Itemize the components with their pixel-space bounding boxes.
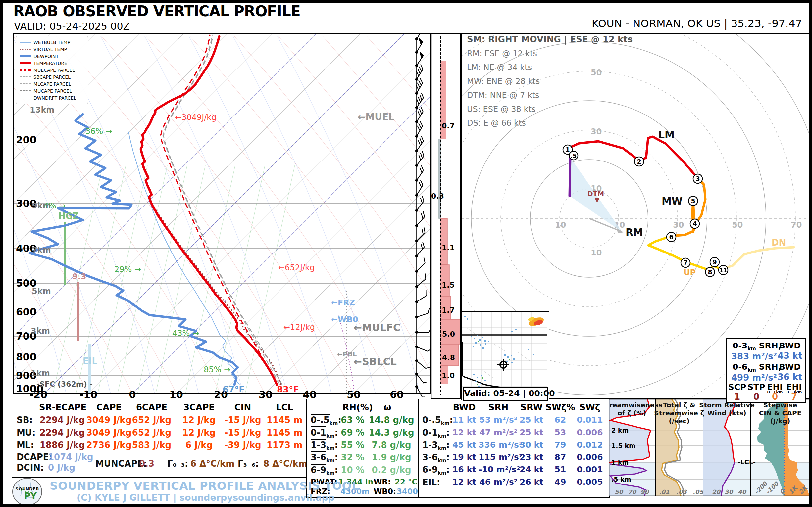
col-header: SR-ECAPE: [39, 402, 86, 412]
svg-text:11: 11: [719, 267, 727, 274]
rh-header: RH(%): [335, 402, 381, 412]
ring-label: 70: [791, 220, 802, 230]
col-header: 6CAPE: [129, 402, 175, 412]
height-label-7km: 7km: [32, 245, 51, 255]
mw-line: MW: ENE @ 28 kts: [467, 77, 632, 86]
rh-label-36: 36% →: [86, 127, 112, 136]
ehi3-value: 7: [785, 392, 803, 402]
mini-profile-panels: Streamwiseness of ζ (%) Total ζ & Stream…: [609, 399, 810, 496]
bwd-label-2: BWD: [779, 362, 801, 372]
srh-0-3-label: 0-3km SRH,: [732, 341, 781, 352]
logo-text-py: PY: [24, 491, 37, 501]
wetbulb-legend-line: [19, 42, 31, 43]
stp-header: STP: [747, 382, 766, 392]
height-label-1km: 1km: [31, 369, 50, 378]
col-header: 3CAPE: [176, 402, 222, 412]
lm-line: LM: NE @ 34 kts: [467, 63, 632, 72]
frz-label: ←FRZ: [331, 298, 355, 307]
rh-value: 32 %: [335, 452, 371, 462]
row-label: ML:: [16, 440, 34, 450]
valid-time: VALID: 05-24-2025 00Z: [14, 20, 130, 32]
legend-label: DWNDRFT PARCEL: [34, 95, 76, 101]
bwd-label: BWD: [779, 341, 801, 350]
svg-text:2: 2: [637, 158, 641, 165]
station-info: KOUN - NORMAN, OK US | 35.23, -97.47: [592, 17, 802, 30]
svg-text:5: 5: [691, 197, 695, 205]
sfc-temp-label: 83°F: [277, 385, 299, 394]
col-header: LCL: [261, 402, 308, 412]
rh-value: 69 %: [335, 428, 371, 438]
column-value: 5.0: [442, 330, 455, 338]
panel-ylabel: 1.5 km: [611, 442, 636, 449]
cape-12-label: ←12J/kg: [284, 323, 315, 332]
panel-xtick: 40: [738, 489, 747, 495]
mulfc-label: ←MULFC: [354, 322, 400, 333]
svg-text:6: 6: [669, 233, 673, 241]
mu-srecape: 2294 J/kg: [39, 428, 86, 438]
credit-line-2: (C) KYLE J GILLETT | sounderpysoundings.…: [77, 493, 335, 503]
height-label-5km: 5km: [32, 287, 51, 296]
height-label-3km: 3km: [31, 326, 50, 336]
radar-storm-cell: [527, 316, 545, 328]
panel-title: Total ζ &: [663, 401, 696, 409]
dwndrft-legend-line: [19, 98, 31, 98]
legend-label: MUCAPE PARCEL: [34, 89, 72, 94]
dtm-line: DTM: NNE @ 7 kts: [467, 91, 632, 100]
sb-cape: 3049 J/kg: [86, 415, 132, 425]
svg-text:8: 8: [708, 268, 712, 276]
mu-cin: -15 J/kg: [219, 428, 266, 438]
rm-label: RM: [625, 226, 643, 238]
sb-6cape: 652 J/kg: [129, 415, 175, 425]
legend-label: VIRTUAL TEMP: [34, 47, 67, 52]
panel-xtick: .03: [676, 489, 687, 495]
column-value: 0.7: [442, 122, 455, 130]
panel-title: Wind (kts): [707, 409, 746, 417]
swzeta-value: 0.001: [570, 465, 610, 474]
lapse-label: 9.3: [72, 272, 87, 281]
col-header: CIN: [219, 402, 266, 412]
column-value: 1.1: [442, 243, 455, 252]
svg-text:4: 4: [693, 220, 697, 227]
up-label: UP: [683, 268, 696, 277]
pressure-tick: 200: [16, 134, 37, 146]
ml-lcl: 1173 m: [261, 440, 308, 450]
cape-652-label: ←652J/kg: [278, 263, 315, 272]
panel-title: Streamwise ζ: [654, 409, 704, 417]
legend-label: WETBULB TEMP: [34, 40, 70, 45]
layer-label: 6-9km:: [311, 465, 338, 476]
panel-ylabel: 2 km: [611, 427, 628, 434]
swzeta-value: 0.012: [570, 440, 610, 450]
state-border-west-south: [463, 342, 547, 390]
col-header: BWD: [444, 402, 484, 412]
ehi1-value: 0: [766, 392, 783, 402]
panel-title: Streamwiseness: [609, 401, 662, 409]
temperature-legend-line: [19, 62, 31, 64]
srh-0-6-value: 499 m²/s²: [731, 373, 777, 383]
column-bar: [439, 139, 441, 218]
ml-srecape: 1886 J/kg: [39, 440, 86, 450]
column-bar: [441, 265, 449, 296]
svg-text:9: 9: [712, 259, 717, 266]
panel-title: of ζ (%): [618, 409, 647, 417]
sb-lcl: 1145 m: [261, 415, 308, 425]
location-crosshair-icon: [497, 359, 509, 371]
omega-value: 7.8 g/kg: [368, 440, 415, 450]
omega-header: ω: [377, 402, 397, 412]
swzeta-value: 0.011: [570, 415, 610, 425]
panel-xtick: .05: [693, 489, 704, 495]
eil-label: EIL: [83, 356, 97, 366]
sounderpy-analysis-page: RAOB OBSERVED VERTICAL PROFILE VALID: 05…: [0, 0, 812, 507]
ring-label: 10: [555, 220, 566, 230]
layer-label: 1-3km:: [311, 440, 338, 451]
hodo-trace-0-500m: [570, 157, 570, 196]
row-label: SB:: [16, 415, 33, 425]
sb-cin: -15 J/kg: [219, 415, 266, 425]
cape-3049-label: ←3049J/kg: [175, 113, 216, 122]
sb-srecape: 2294 J/kg: [39, 415, 86, 425]
omega-value: 0.2 g/kg: [368, 465, 415, 475]
sounderpy-logo: SOUNDER PY: [11, 478, 43, 506]
panel-ylabel: 1 km: [611, 459, 628, 466]
panel-title: (/sec): [669, 417, 690, 425]
panel-xtick: 70: [628, 489, 637, 495]
ml-cin: -39 J/kg: [219, 440, 266, 450]
